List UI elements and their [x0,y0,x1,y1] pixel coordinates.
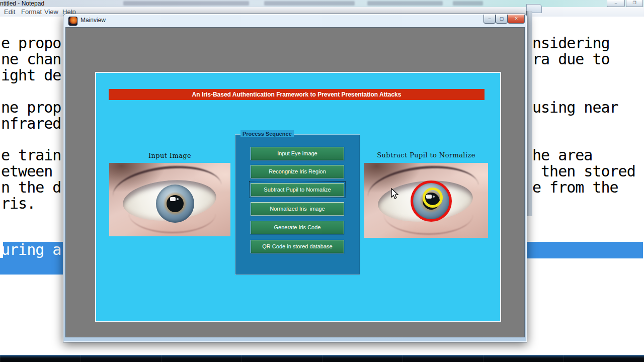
generate-iris-code-button[interactable]: Generate Iris Code [251,221,344,234]
text-line: he area [532,147,592,163]
text-line: nsidering [532,35,610,51]
normalized-eye-image [364,163,488,238]
text-line: nfrared [1,116,61,132]
text-line: ight de [1,67,61,83]
input-image-label: Input Image [109,152,230,159]
notepad-titlebar[interactable]: ntitled - Notepad – ❐ [0,0,644,8]
text-line: ne prop [1,100,61,116]
text-line-selected: uring a [1,242,61,258]
normalized-iris-image-button[interactable]: Normalized Iris image [251,202,344,216]
recognize-iris-region-button[interactable]: Recongnize Iris Region [251,165,344,178]
process-sequence-label: Process Sequence [240,130,294,137]
text-line: e train [1,147,61,163]
qr-code-stored-database-button[interactable]: QR Code in stored database [251,240,344,253]
text-line-selected: o provide it [532,226,635,242]
eye-iris [156,185,194,223]
titlebar-ghost-text [264,1,355,6]
text-line: etween [1,163,52,179]
input-eye-image [109,163,230,236]
pupil-glint [170,197,176,201]
eye-pupil [167,195,184,212]
text-line: n the d [1,179,61,196]
mainview-window: Mainview – ▢ ✕ An Iris-Based Authenticat… [63,14,527,342]
selection-highlight [527,242,643,258]
menu-view[interactable]: View [44,8,58,16]
minimize-icon: – [615,1,617,5]
mainview-minimize-button[interactable]: – [484,15,496,24]
main-cyan-panel: An Iris-Based Authentication Framework t… [95,72,501,322]
process-sequence-panel: Process Sequence Input Eye image Recongn… [235,134,360,275]
titlebar-ghost-text [453,1,483,6]
result-image-label: Subtract Pupil to Normalize [364,151,488,159]
titlebar-ghost-text [123,1,249,6]
text-line: ne chan [1,51,61,67]
close-icon: ✕ [514,16,518,21]
maximize-icon: ▢ [500,16,504,21]
menu-edit[interactable]: Edit [4,8,15,16]
mainview-titlebar[interactable]: Mainview – ▢ ✕ [63,14,527,27]
app-title-banner: An Iris-Based Authentication Framework t… [109,89,485,100]
text-line: e propo [1,35,61,51]
mainview-window-title: Mainview [80,17,106,24]
taskbar[interactable] [0,355,644,362]
pupil-glint [177,198,179,200]
notepad-window-title: ntitled - Notepad [0,0,44,7]
titlebar-ghost-text [367,1,443,6]
menu-format[interactable]: Format [21,8,42,16]
text-line: e from the [532,179,618,196]
subtract-pupil-button[interactable]: Subtract Pupil to Normalize [251,183,344,197]
notepad-minimize-button[interactable]: – [607,0,625,7]
minimize-icon: – [488,16,491,21]
matlab-icon [68,17,77,26]
restore-icon: ❐ [632,1,636,5]
mainview-maximize-button[interactable]: ▢ [496,15,508,24]
mouse-cursor-icon [389,188,400,200]
selection-highlight [0,258,65,275]
mainview-client-area: An Iris-Based Authentication Framework t… [65,27,525,337]
notepad-restore-button[interactable]: ❐ [626,0,643,7]
text-line-selected: ne code [4,226,64,242]
desktop-screen: ntitled - Notepad – ❐ Edit Format View H… [0,0,644,362]
text-line: ra due to [532,51,610,67]
text-line: using near [532,100,618,116]
text-line: ris. [1,196,35,212]
text-line: then stored [532,163,635,179]
mainview-close-button[interactable]: ✕ [508,15,525,24]
pupil-yellow-circle-annotation [423,188,443,208]
input-eye-image-button[interactable]: Input Eye image [251,147,344,160]
